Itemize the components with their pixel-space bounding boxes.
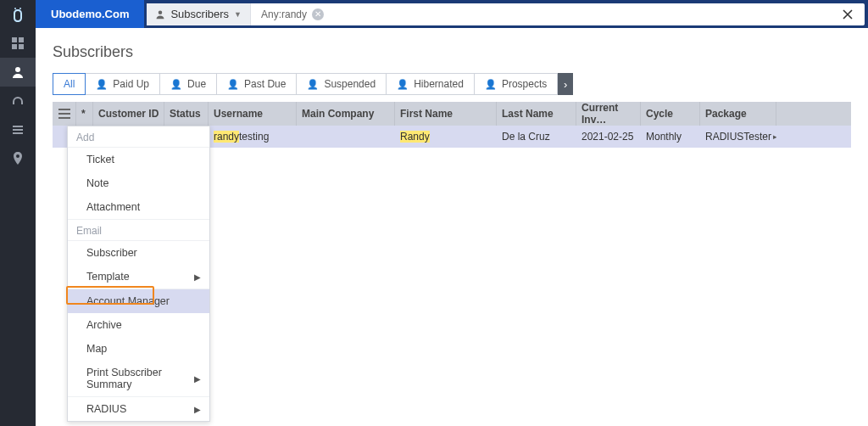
col-menu[interactable]	[53, 102, 76, 126]
menu-radius[interactable]: RADIUS▶	[68, 397, 209, 421]
person-icon	[11, 65, 25, 79]
page-title: Subscribers	[53, 43, 851, 61]
svg-rect-13	[58, 117, 70, 119]
menu-map[interactable]: Map	[68, 337, 209, 361]
rail-location[interactable]	[0, 144, 36, 173]
col-first-name[interactable]: First Name	[395, 102, 497, 126]
close-icon	[843, 9, 853, 20]
col-package[interactable]: Package	[700, 102, 776, 126]
tab-close-button[interactable]	[831, 3, 865, 25]
col-customer-id[interactable]: Customer ID	[93, 102, 164, 126]
person-icon: 👤	[227, 79, 239, 90]
svg-point-10	[159, 10, 163, 14]
svg-rect-11	[58, 109, 70, 110]
menu-section-add: Add	[68, 126, 209, 148]
svg-point-0	[14, 8, 16, 9]
person-icon	[155, 9, 165, 20]
menu-section-email: Email	[68, 219, 209, 241]
chevron-right-icon: ▶	[194, 374, 201, 384]
brand-name[interactable]: Ubodemo.Com	[36, 0, 144, 28]
cell-username: randytesting	[209, 126, 297, 148]
list-icon	[11, 123, 25, 137]
filter-chip-label: Any:randy	[261, 8, 307, 20]
tabstrip: Subscribers ▼ Any:randy ✕	[147, 3, 865, 25]
table-header: * Customer ID Status Username Main Compa…	[53, 102, 851, 126]
cell-current-inv: 2021-02-25	[576, 126, 641, 148]
menu-ticket[interactable]: Ticket	[68, 148, 209, 171]
rail-support[interactable]	[0, 87, 36, 115]
menu-subscriber[interactable]: Subscriber	[68, 241, 209, 265]
filter-due[interactable]: 👤Due	[160, 73, 217, 95]
filter-suspended[interactable]: 👤Suspended	[297, 73, 387, 95]
col-status[interactable]: Status	[164, 102, 209, 126]
chip-close-icon[interactable]: ✕	[312, 8, 324, 20]
pin-icon	[12, 152, 24, 165]
person-icon: 👤	[96, 79, 108, 90]
person-icon: 👤	[485, 79, 497, 90]
filter-prospects[interactable]: 👤Prospects	[475, 73, 558, 95]
filter-all[interactable]: All	[53, 73, 86, 95]
filter-pastdue[interactable]: 👤Past Due	[217, 73, 297, 95]
person-icon: 👤	[397, 79, 409, 90]
rail-subscribers[interactable]	[0, 58, 36, 87]
cell-last-name: De la Cruz	[497, 126, 576, 148]
svg-rect-5	[19, 44, 24, 49]
menu-note[interactable]: Note	[68, 171, 209, 195]
context-menu: Add Ticket Note Attachment Email Subscri…	[67, 126, 210, 422]
person-icon: 👤	[170, 79, 182, 90]
col-cycle[interactable]: Cycle	[641, 102, 700, 126]
svg-rect-9	[13, 132, 23, 134]
chevron-right-icon: ▶	[194, 405, 201, 414]
col-last-name[interactable]: Last Name	[497, 102, 576, 126]
menu-attachment[interactable]: Attachment	[68, 195, 209, 219]
svg-rect-8	[13, 129, 23, 131]
filter-paidup[interactable]: 👤Paid Up	[86, 73, 160, 95]
cell-package: RADIUSTester▸	[700, 126, 776, 148]
chevron-right-icon: ▸	[773, 132, 776, 141]
cell-first-name: Randy	[395, 126, 497, 148]
svg-rect-4	[12, 44, 17, 49]
chevron-down-icon[interactable]: ▼	[234, 10, 242, 19]
filter-scroll-right[interactable]: ›	[558, 73, 573, 95]
person-icon: 👤	[307, 79, 319, 90]
headset-icon	[11, 94, 25, 108]
rail-list[interactable]	[0, 115, 36, 144]
brand-icon	[0, 3, 36, 29]
menu-account-manager[interactable]: Account Manager	[68, 289, 209, 313]
col-username[interactable]: Username	[209, 102, 297, 126]
cell-cycle: Monthly	[641, 126, 700, 148]
menu-template[interactable]: Template▶	[68, 265, 209, 289]
svg-rect-7	[13, 126, 23, 127]
hamburger-icon	[58, 109, 70, 119]
chevron-right-icon: ›	[564, 78, 567, 91]
svg-rect-12	[58, 113, 70, 115]
filter-tabs: All 👤Paid Up 👤Due 👤Past Due 👤Suspended 👤…	[53, 73, 851, 95]
col-star[interactable]: *	[76, 102, 93, 126]
svg-rect-3	[19, 37, 24, 42]
menu-print-summary[interactable]: Print Subscriber Summary▶	[68, 361, 209, 396]
topbar: Ubodemo.Com Subscribers ▼ Any:randy ✕	[0, 0, 868, 28]
svg-rect-2	[12, 37, 17, 42]
breadcrumb-label: Subscribers	[170, 8, 229, 20]
svg-point-1	[19, 8, 21, 9]
col-current-inv[interactable]: Current Inv…	[576, 102, 641, 126]
svg-point-6	[15, 67, 20, 72]
chevron-right-icon: ▶	[194, 272, 201, 282]
menu-archive[interactable]: Archive	[68, 313, 209, 337]
rail-dashboard[interactable]	[0, 29, 36, 58]
breadcrumb-subscribers[interactable]: Subscribers ▼	[147, 3, 251, 25]
filter-hibernated[interactable]: 👤Hibernated	[387, 73, 475, 95]
left-rail	[0, 0, 36, 426]
dashboard-icon	[11, 36, 25, 50]
col-main-company[interactable]: Main Company	[297, 102, 395, 126]
